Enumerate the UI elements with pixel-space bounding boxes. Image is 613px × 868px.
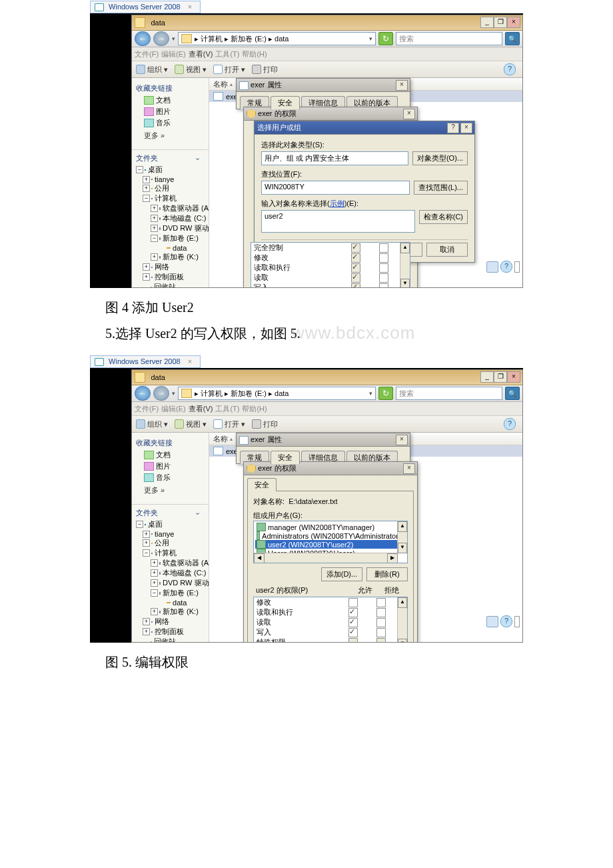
close-button[interactable]: × [507, 371, 520, 383]
refresh-button[interactable]: ↻ [378, 387, 393, 400]
open-button[interactable]: 打开 ▾ [213, 419, 245, 429]
search-button[interactable]: 🔍 [505, 32, 520, 45]
remove-button[interactable]: 删除(R) [366, 567, 408, 581]
scroll-up-icon[interactable]: ▲ [398, 521, 407, 532]
tab-security[interactable]: 安全 [271, 451, 300, 464]
history-dropdown-icon[interactable]: ▾ [172, 35, 175, 42]
maximize-button[interactable]: ❐ [494, 17, 507, 28]
search-button[interactable]: 🔍 [505, 387, 520, 400]
close-button[interactable]: × [396, 80, 408, 91]
address-dropdown-icon[interactable]: ▾ [369, 390, 372, 397]
tree-collapse[interactable]: − [136, 166, 143, 173]
tab-close-icon[interactable]: × [188, 357, 192, 365]
fav-pictures[interactable]: 图片 [132, 461, 209, 472]
menu-bar[interactable]: 文件(F)编辑(E) 查看(V) 工具(T)帮助(H) [132, 402, 522, 416]
minimize-button[interactable]: _ [480, 371, 494, 383]
views-menu[interactable]: 视图 ▾ [175, 419, 207, 429]
deny-checkbox[interactable] [376, 618, 386, 627]
minimize-button[interactable]: _ [480, 17, 494, 28]
allow-checkbox[interactable] [351, 243, 360, 253]
close-button[interactable]: × [507, 17, 520, 28]
tab-close-icon[interactable]: × [188, 3, 192, 11]
organize-menu[interactable]: 组织 ▾ [136, 65, 168, 75]
vm-tab-label: Windows Server 2008 [109, 357, 181, 365]
fav-documents[interactable]: 文档 [132, 449, 209, 461]
help-icon[interactable]: ? [500, 261, 512, 273]
scroll-up-icon[interactable]: ▲ [398, 597, 407, 608]
folders-header[interactable]: 文件夹⌄ [132, 507, 209, 519]
history-dropdown-icon[interactable]: ▾ [172, 390, 175, 397]
computer-icon [151, 198, 153, 199]
open-button[interactable]: 打开 ▾ [213, 65, 245, 75]
allow-checkbox[interactable] [348, 618, 358, 627]
add-button[interactable]: 添加(D)... [321, 567, 362, 581]
overflow-icon[interactable] [514, 261, 520, 273]
deny-checkbox[interactable] [376, 608, 386, 617]
tree-expand[interactable]: + [143, 176, 150, 183]
print-button[interactable]: 打印 [252, 65, 278, 75]
scroll-up-icon[interactable]: ▲ [400, 243, 410, 253]
help-icon[interactable]: ? [504, 63, 516, 75]
deny-checkbox[interactable] [376, 598, 386, 607]
vm-black-margin [90, 15, 131, 288]
scroll-down-icon[interactable]: ▼ [400, 279, 410, 288]
close-button[interactable]: × [396, 435, 408, 445]
menu-bar[interactable]: 文件(F)编辑(E) 查看(V) 工具(T)帮助(H) [132, 47, 522, 61]
fav-music[interactable]: 音乐 [132, 117, 209, 129]
fav-music[interactable]: 音乐 [132, 472, 209, 483]
forward-button[interactable]: → [153, 386, 169, 401]
fav-documents[interactable]: 文档 [132, 95, 209, 106]
allow-checkbox[interactable] [348, 628, 358, 637]
deny-checkbox[interactable] [376, 628, 386, 637]
maximize-button[interactable]: ❐ [494, 371, 507, 383]
permissions-list: 完全控制 修改 读取和执行 读取 写入 ▲▼ [251, 242, 410, 288]
organize-menu[interactable]: 组织 ▾ [136, 419, 168, 429]
locations-button[interactable]: 查找范围(L)... [414, 181, 468, 195]
more-link[interactable]: 更多 » [132, 483, 209, 502]
window-title: data [151, 19, 165, 27]
command-bar: 组织 ▾ 视图 ▾ 打开 ▾ 打印 ? [132, 61, 522, 78]
close-button[interactable]: × [460, 123, 472, 133]
permissions-list: 修改 读取和执行 读取 写入 特殊权限 ▲▼ [253, 597, 408, 643]
tray-icon[interactable] [486, 261, 498, 273]
close-button[interactable]: × [403, 463, 415, 474]
refresh-button[interactable]: ↻ [378, 32, 393, 45]
back-button[interactable]: ← [135, 386, 151, 401]
scroll-down-icon[interactable]: ▼ [398, 543, 407, 553]
print-button[interactable]: 打印 [252, 419, 278, 429]
allow-checkbox[interactable] [348, 608, 358, 617]
tab-security[interactable]: 安全 [271, 96, 300, 109]
folders-header[interactable]: 文件夹⌄ [132, 152, 209, 165]
tab-security[interactable]: 安全 [247, 478, 277, 491]
overflow-icon[interactable] [514, 616, 520, 627]
fav-pictures[interactable]: 图片 [132, 106, 209, 117]
breadcrumb[interactable]: ▸ 计算机 ▸ 新加卷 (E:) ▸ data ▾ [178, 32, 376, 45]
object-types-button[interactable]: 对象类型(O)... [412, 151, 468, 165]
forward-button[interactable]: → [153, 31, 169, 46]
breadcrumb[interactable]: ▸ 计算机 ▸ 新加卷 (E:) ▸ data ▾ [178, 387, 376, 400]
help-icon[interactable]: ? [500, 615, 512, 627]
tray-icon[interactable] [486, 616, 498, 627]
deny-checkbox[interactable] [379, 243, 388, 253]
scroll-left-icon[interactable]: ◀ [254, 553, 265, 563]
vm-tab[interactable]: Windows Server 2008 × [90, 1, 201, 13]
more-link[interactable]: 更多 » [132, 129, 209, 147]
help-button[interactable]: ? [447, 123, 459, 133]
check-names-button[interactable]: 检查名称(C) [419, 210, 468, 224]
help-icon[interactable]: ? [504, 418, 516, 430]
perm-row: 读取和执行 [251, 263, 400, 273]
allow-checkbox[interactable] [348, 598, 358, 607]
address-dropdown-icon[interactable]: ▾ [369, 35, 372, 42]
watermark: www.bdcx.com [292, 323, 415, 343]
search-input[interactable]: 搜索 [396, 387, 502, 400]
close-button[interactable]: × [403, 109, 415, 119]
back-button[interactable]: ← [135, 31, 151, 46]
vm-tab[interactable]: Windows Server 2008 × [90, 355, 201, 368]
views-menu[interactable]: 视图 ▾ [175, 65, 207, 75]
scroll-down-icon[interactable]: ▼ [398, 639, 407, 643]
cancel-button[interactable]: 取消 [426, 243, 468, 257]
search-input[interactable]: 搜索 [396, 32, 502, 45]
permissions-title-bar: exer 的权限 × [244, 107, 417, 121]
users-listbox[interactable]: manager (WIN2008TY\manager) Administrato… [253, 521, 408, 563]
scroll-right-icon[interactable]: ▶ [387, 553, 398, 563]
